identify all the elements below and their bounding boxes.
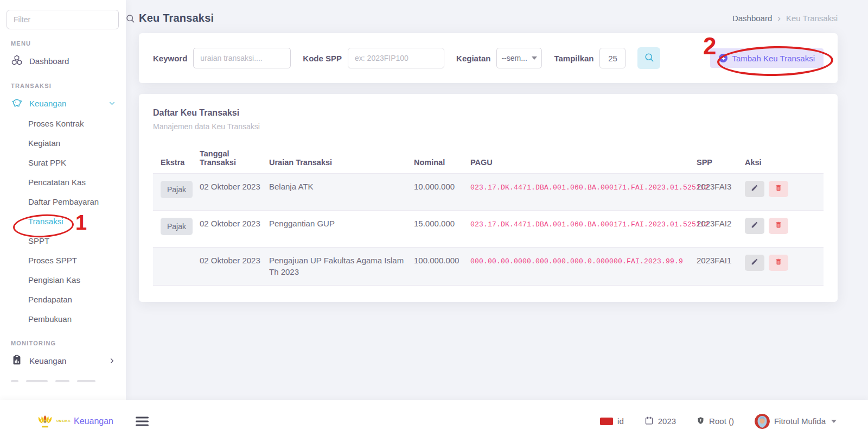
breadcrumb-dashboard[interactable]: Dashboard — [732, 14, 772, 23]
sidebar-item-partial — [0, 371, 126, 382]
sidebar-item-label: Dashboard — [29, 56, 69, 66]
sidebar-subitem-pencatatan-kas[interactable]: Pencatatan Kas — [0, 173, 126, 192]
cell-spp: 2023FAI1 — [697, 247, 745, 286]
year-selector[interactable]: 2023 — [644, 416, 676, 427]
flag-id-icon — [600, 418, 613, 425]
pencil-icon — [751, 221, 758, 230]
sidebar-subitem-pembukuan[interactable]: Pembukuan — [0, 310, 126, 329]
sidebar-section-transaksi: TRANSAKSI — [11, 83, 126, 89]
sidebar-subitem-kegiatan[interactable]: Kegiatan — [0, 134, 126, 153]
cell-tanggal: 02 Oktober 2023 — [200, 247, 269, 286]
role-menu[interactable]: Root () — [697, 416, 734, 427]
pencil-icon — [751, 184, 758, 193]
breadcrumb: Dashboard › Keu Transaksi — [732, 13, 838, 24]
col-uraian: Uraian Transaksi — [269, 136, 414, 173]
search-icon — [125, 14, 135, 26]
sidebar-subitem-pendapatan[interactable]: Pendapatan — [0, 290, 126, 310]
plus-circle-icon: + — [719, 54, 727, 62]
brand-logo-link[interactable]: UNSIKA — [37, 414, 71, 428]
keyword-input[interactable] — [193, 48, 291, 68]
main-content: Keu Transaksi Dashboard › Keu Transaksi … — [126, 0, 868, 400]
calendar-icon — [644, 416, 654, 427]
sidebar-item-keuangan[interactable]: Keuangan — [0, 92, 126, 114]
cell-pagu: 023.17.DK.4471.DBA.001.060.BA.000171.FAI… — [470, 184, 709, 192]
sidebar-subitem-transaksi[interactable]: Transaksi — [0, 212, 126, 231]
col-spp: SPP — [697, 136, 745, 173]
sidebar-subitem-sppt[interactable]: SPPT — [0, 231, 126, 251]
sidebar-item-label: Keuangan — [29, 99, 66, 108]
sidebar-subitem-daftar-pembayaran[interactable]: Daftar Pembayaran — [0, 192, 126, 212]
sidebar-item-monitoring-keuangan[interactable]: Keuangan — [0, 350, 126, 371]
sidebar-subitem-proses-kontrak[interactable]: Proses Kontrak — [0, 114, 126, 134]
col-aksi: Aksi — [745, 136, 824, 173]
year-label: 2023 — [658, 416, 676, 426]
cell-nominal: 100.000.000 — [414, 247, 470, 286]
cell-pagu: 000.00.00.0000.000.000.000.0.000000.FAI.… — [470, 257, 683, 266]
delete-button[interactable] — [769, 218, 788, 234]
page-title: Keu Transaksi — [139, 12, 214, 24]
chevron-right-icon — [108, 357, 116, 365]
edit-button[interactable] — [745, 181, 764, 197]
keyword-label: Keyword — [153, 54, 187, 63]
kode-spp-input[interactable] — [348, 48, 444, 68]
brand-name[interactable]: Keuangan — [74, 416, 113, 426]
kegiatan-select-value: --sem... — [501, 54, 527, 62]
tampilkan-input[interactable] — [599, 48, 626, 68]
add-button-label: Tambah Keu Transaksi — [732, 54, 815, 63]
cell-uraian: Pengajuan UP Fakultas Agama Islam Th 202… — [269, 247, 414, 286]
col-ekstra: Ekstra — [153, 136, 200, 173]
user-menu[interactable]: Fitrotul Mufida — [755, 414, 837, 429]
breadcrumb-current: Keu Transaksi — [786, 14, 838, 23]
user-avatar — [755, 414, 770, 429]
cell-tanggal: 02 Oktober 2023 — [200, 173, 269, 210]
table-row: Pajak 02 Oktober 2023 Belanja ATK 10.000… — [153, 173, 824, 210]
search-icon — [644, 52, 654, 64]
sidebar-subitem-surat-ppk[interactable]: Surat PPK — [0, 153, 126, 173]
unsika-logo-icon — [37, 414, 53, 428]
sidebar-subitem-pengisian-kas[interactable]: Pengisian Kas — [0, 270, 126, 290]
clipboard-chart-icon — [11, 354, 23, 368]
cell-uraian: Penggantian GUP — [269, 210, 414, 247]
delete-button[interactable] — [769, 255, 788, 271]
language-switcher[interactable]: id — [600, 416, 624, 426]
app-window: MENU Dashboard TRANSAKSI — [0, 0, 868, 442]
cell-tanggal: 02 Oktober 2023 — [200, 210, 269, 247]
kegiatan-label: Kegiatan — [456, 54, 490, 63]
select-caret-icon — [532, 56, 537, 60]
shield-icon — [697, 416, 705, 427]
role-label: Root () — [709, 416, 734, 426]
cell-nominal: 10.000.000 — [414, 173, 470, 210]
kegiatan-select[interactable]: --sem... — [496, 48, 542, 68]
sidebar-subitem-proses-sppt[interactable]: Proses SPPT — [0, 251, 126, 270]
locale-label: id — [617, 416, 624, 426]
panel-title: Daftar Keu Transaksi — [153, 108, 824, 118]
sidebar-section-menu: MENU — [11, 40, 126, 47]
edit-button[interactable] — [745, 255, 764, 271]
col-tanggal: Tanggal Transaksi — [200, 136, 269, 173]
sidebar-item-dashboard[interactable]: Dashboard — [0, 50, 126, 72]
bottom-navbar: UNSIKA Keuangan id 2023 Root () — [0, 400, 868, 442]
search-button[interactable] — [637, 47, 660, 69]
trash-icon — [775, 258, 782, 267]
edit-button[interactable] — [745, 218, 764, 234]
table-row: 02 Oktober 2023 Pengajuan UP Fakultas Ag… — [153, 247, 824, 286]
pencil-icon — [751, 258, 758, 267]
user-name: Fitrotul Mufida — [774, 416, 826, 426]
col-pagu: PAGU — [470, 136, 697, 173]
sidebar-section-monitoring: MONITORING — [11, 340, 126, 346]
trash-icon — [775, 184, 782, 193]
transaction-list-panel: Daftar Keu Transaksi Manajemen data Keu … — [139, 94, 838, 302]
kode-spp-label: Kode SPP — [303, 54, 342, 63]
sidebar-filter-input[interactable] — [7, 10, 119, 29]
menu-toggle-button[interactable] — [136, 414, 149, 428]
brand-sub-label: UNSIKA — [56, 419, 71, 422]
transactions-table: Ekstra Tanggal Transaksi Uraian Transaks… — [153, 136, 824, 286]
cell-nominal: 15.000.000 — [414, 210, 470, 247]
add-keu-transaksi-button[interactable]: + Tambah Keu Transaksi — [710, 48, 824, 68]
table-row: Pajak 02 Oktober 2023 Penggantian GUP 15… — [153, 210, 824, 247]
sidebar: MENU Dashboard TRANSAKSI — [0, 0, 126, 400]
ekstra-badge: Pajak — [161, 181, 193, 198]
delete-button[interactable] — [769, 181, 788, 197]
breadcrumb-separator-icon: › — [777, 13, 781, 24]
panel-subtitle: Manajemen data Keu Transaksi — [153, 122, 824, 131]
